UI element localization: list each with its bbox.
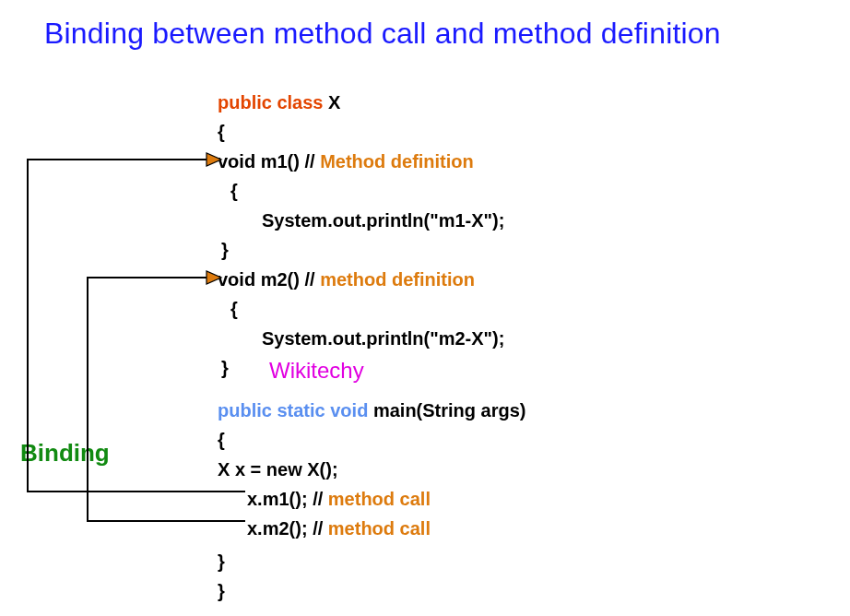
m1-signature: void m1() [218, 151, 300, 172]
brace-open-m2: { [218, 294, 526, 324]
comment-method-call-1: method call [328, 489, 431, 509]
comment-method-definition-1: Method definition [320, 151, 474, 172]
brace-close-class: } [218, 576, 526, 606]
code-line-call-m1: x.m1(); // method call [218, 484, 526, 514]
call-m1: x.m1(); [247, 489, 308, 509]
brace-open-m1: { [218, 176, 526, 206]
comment-method-definition-2: method definition [320, 269, 475, 290]
code-line-m1-sig: void m1() // Method definition [218, 147, 526, 176]
keyword-public-class: public class [218, 92, 324, 113]
brace-close-m1: } [218, 235, 526, 265]
code-line-new-x: X x = new X(); [218, 455, 526, 484]
comment-method-call-2: method call [328, 518, 431, 539]
watermark: Wikitechy [269, 358, 364, 384]
call-m2: x.m2(); [247, 518, 308, 539]
comment-sep-2: // [300, 269, 320, 290]
binding-label: Binding [20, 439, 110, 468]
comment-sep: // [300, 151, 320, 172]
println-m2: System.out.println("m2-X"); [218, 324, 526, 353]
brace-close-main: } [218, 547, 526, 576]
keyword-public-static-void: public static void [218, 400, 368, 421]
brace-open-class: { [218, 117, 526, 147]
class-name: X [328, 92, 340, 113]
code-line-class: public class X [218, 88, 526, 117]
code-line-call-m2: x.m2(); // method call [218, 514, 526, 543]
comment-sep-3: // [308, 489, 328, 509]
m2-signature: void m2() [218, 269, 300, 290]
code-line-main-sig: public static void main(String args) [218, 396, 526, 425]
brace-close-m2: } [218, 353, 526, 383]
main-signature: main(String args) [368, 400, 525, 421]
diagram-title: Binding between method call and method d… [44, 17, 721, 51]
comment-sep-4: // [308, 518, 328, 539]
code-line-m2-sig: void m2() // method definition [218, 265, 526, 294]
brace-open-main: { [218, 425, 526, 455]
code-block: public class X { void m1() // Method def… [218, 88, 526, 606]
println-m1: System.out.println("m1-X"); [218, 206, 526, 235]
